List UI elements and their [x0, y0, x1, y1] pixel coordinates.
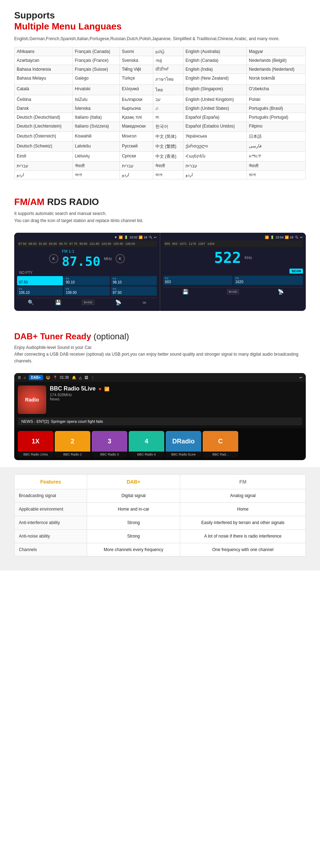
- col-dab: DAB+: [87, 475, 180, 489]
- channel-name: BBC Radio 2: [55, 452, 90, 457]
- lang-cell: Nederlands (Nederland): [247, 65, 306, 74]
- am-antenna-icon[interactable]: 📡: [278, 289, 284, 295]
- save-icon[interactable]: 💾: [55, 300, 61, 305]
- dab-album-art: Radio: [18, 386, 46, 414]
- dab-logo-badge: DAB+: [29, 375, 43, 380]
- lang-cell: English (Singapore): [183, 85, 246, 95]
- lang-cell: 中文 (简体): [153, 132, 183, 142]
- lang-cell: Português (Portugal): [247, 113, 306, 122]
- fm-preset-p6[interactable]: P6 87.50: [111, 286, 157, 296]
- fm-preset-p1[interactable]: P1 87.50: [17, 276, 63, 285]
- prev-station-button[interactable]: K: [49, 254, 58, 263]
- am-preset-p2[interactable]: P2 603: [163, 276, 233, 285]
- fm-preset-p2[interactable]: P2 90.10: [64, 276, 110, 285]
- lang-cell: Lietuvių: [73, 152, 119, 162]
- fm-preset-p3[interactable]: P3 98.10: [111, 276, 157, 285]
- lang-cell: עב: [153, 95, 183, 104]
- dab-station-name: BBC Radio 5Live: [50, 386, 96, 392]
- lang-cell: Nederlands (België): [247, 56, 306, 65]
- lang-cell: Français (Canada): [73, 47, 119, 56]
- dab-type: News: [50, 397, 302, 401]
- channel-art: C: [203, 431, 238, 452]
- lang-cell: اردو: [119, 171, 153, 179]
- am-preset-p5[interactable]: P5 1620: [234, 276, 303, 285]
- favorite-icon[interactable]: ♥: [98, 386, 101, 392]
- fm-toolbar: 🔍 💾 BAND 📡 ∞: [17, 298, 157, 305]
- lang-cell: Français (France): [73, 56, 119, 65]
- comparison-dab-value: More channels every frequency: [87, 543, 180, 556]
- lang-cell: Galego: [73, 74, 119, 85]
- dab-channel-item[interactable]: 1X BBC Radio 1Xtra: [18, 431, 53, 457]
- fm-section: FM/AM RDS RADIO It supports automatic se…: [0, 187, 320, 232]
- lang-cell: English (Australia): [183, 47, 246, 56]
- lang-cell: Deutsch (Liechtenstein): [15, 122, 73, 132]
- fm-main-display: K FM 1-1 87.50 MHz K: [17, 249, 157, 269]
- dab-channel-item[interactable]: DRadio BBC Radio 5Live: [166, 431, 201, 457]
- dab-channel-item[interactable]: 4 BBC Radio 4: [129, 431, 164, 457]
- fm-presets: P1 87.50P2 90.10P3 98.10P4 106.10P5 108.…: [17, 276, 157, 296]
- lang-cell: Русский: [119, 142, 153, 152]
- lang-cell: Català: [15, 85, 73, 95]
- lang-cell: Dansk: [15, 104, 73, 113]
- no-pty-label: NO PTY: [17, 271, 157, 275]
- fm-preset-p4[interactable]: P4 106.10: [17, 286, 63, 296]
- scan-button[interactable]: SCAN: [289, 269, 303, 274]
- lang-cell: Bahasa Indonesia: [15, 65, 73, 74]
- comparison-row: Applicable environmentHome and in-carHom…: [15, 503, 306, 516]
- lang-cell: Українська: [183, 132, 246, 142]
- lang-cell: 中文 (繁體): [153, 142, 183, 152]
- lang-cell: नेपाली: [153, 162, 183, 171]
- comparison-feature: Anti-noise ability: [15, 529, 87, 543]
- lang-cell: עברית: [15, 162, 73, 171]
- fm-title-red: FM/AM: [14, 196, 44, 207]
- dab-news-ticker: NEWS - ENT[2]: Springer opera court figh…: [18, 417, 302, 425]
- lang-cell: Македонски: [119, 122, 153, 132]
- dab-title-normal: (optional): [94, 331, 129, 341]
- lang-cell: Deutsch (Deutschland): [15, 113, 73, 122]
- lang-cell: नेपाली: [73, 162, 119, 171]
- lang-cell: Magyar: [247, 47, 306, 56]
- radio-fm-panel: ▼ 📶 🔋 15:02 📶 18 🔌 ↩ 87.50 89.55 91.60 9…: [14, 233, 160, 311]
- dab-now-playing: Radio BBC Radio 5Live ♥ 📶 174.928MHz New…: [14, 382, 306, 417]
- am-frequency-display: 522: [214, 249, 241, 266]
- dab-channel-item[interactable]: 3 BBC Radio 3: [92, 431, 127, 457]
- comparison-feature: Channels: [15, 543, 87, 556]
- table-row: עבריתनेपालीעבריתनेपालीעבריתनेपाली: [15, 162, 306, 171]
- lang-cell: Deutsch (Österreich): [15, 132, 73, 142]
- table-row: Deutsch (Schweiz)LatviešuРусский中文 (繁體)ქ…: [15, 142, 306, 152]
- lang-cell: ਕੀੜੀਆਂ: [153, 65, 183, 74]
- am-save-icon[interactable]: 💾: [182, 289, 188, 295]
- am-band-icon[interactable]: BAND: [227, 289, 239, 294]
- table-row: ČeštinaIsiZuluБългарскиעבEnglish (United…: [15, 95, 306, 104]
- lang-cell: ქართველი: [183, 142, 246, 152]
- lang-cell: Ελληνικά: [119, 85, 153, 95]
- channel-name: BBC Radio 1Xtra: [18, 452, 53, 457]
- loop-icon[interactable]: ∞: [143, 300, 146, 305]
- radio-mockup: ▼ 📶 🔋 15:02 📶 18 🔌 ↩ 87.50 89.55 91.60 9…: [14, 233, 306, 311]
- lang-cell: Norsk bokmål: [247, 74, 306, 85]
- dab-channel-item[interactable]: 2 BBC Radio 2: [55, 431, 90, 457]
- lang-cell: বাংলা: [153, 171, 183, 179]
- frequency-scale-right: 855 963 1071 1179 1287 1404: [163, 241, 303, 247]
- comparison-table: Features DAB+ FM Broadcasting signalDigi…: [14, 474, 306, 556]
- table-row: DanskÍslenskaКыргызчаශEnglish (United St…: [15, 104, 306, 113]
- lang-cell: ශ: [153, 104, 183, 113]
- table-row: Bahasa MelayuGalegoTürkçeภาษาไทยEnglish …: [15, 74, 306, 85]
- section-title-black: Supports: [14, 10, 306, 21]
- fm-preset-p5[interactable]: P5 108.00: [64, 286, 110, 296]
- section-title-red: Multiple Menu Languaes: [14, 21, 306, 32]
- fm-unit: MHz: [104, 257, 112, 261]
- fm-channel-label: FM 1-1: [62, 249, 100, 253]
- next-station-button[interactable]: K: [116, 254, 125, 263]
- comparison-row: ChannelsMore channels every frequencyOne…: [15, 543, 306, 556]
- lang-cell: ภาษาไทย: [153, 74, 183, 85]
- channel-name: BBC Radio 3: [92, 452, 127, 457]
- scan-icon[interactable]: 🔍: [28, 300, 34, 305]
- antenna-icon[interactable]: 📡: [115, 300, 121, 305]
- lang-cell: বাংলা: [73, 171, 119, 179]
- dab-channel-item[interactable]: C BBC Rad...: [203, 431, 238, 457]
- band-icon[interactable]: BAND: [82, 300, 94, 305]
- channel-name: BBC Radio 4: [129, 452, 164, 457]
- lang-cell: Bahasa Melayu: [15, 74, 73, 85]
- lang-cell: Filipino: [247, 122, 306, 132]
